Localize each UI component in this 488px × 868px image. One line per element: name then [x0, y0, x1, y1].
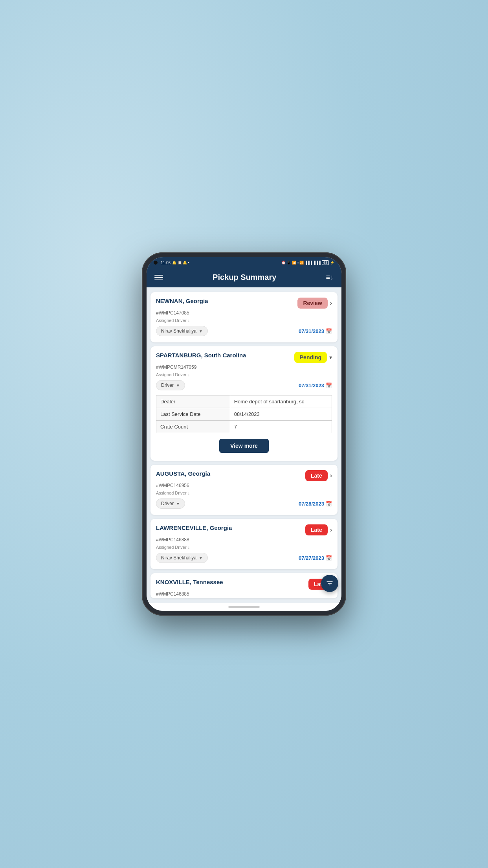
chevron-right-icon[interactable]: ›: [330, 526, 332, 533]
card-augusta-location: AUGUSTA, Georgia: [156, 470, 210, 477]
card-augusta-driver-label: Assigned Driver ↓: [156, 491, 332, 495]
bottom-bar: [147, 603, 341, 611]
battery-icon: 68: [322, 260, 329, 265]
table-label: Last Service Date: [156, 408, 230, 421]
card-lawrenceville-driver-label: Assigned Driver ↓: [156, 545, 332, 550]
charging-icon: ⚡: [330, 261, 334, 265]
card-augusta-driver-select[interactable]: Driver ▼: [156, 498, 185, 509]
card-lawrenceville: LAWRENCEVILLE, Georgia Late › #WMPC14688…: [150, 519, 338, 569]
dropdown-arrow-icon: ▼: [176, 502, 180, 506]
card-knoxville-location: KNOXVILLE, Tennessee: [156, 579, 223, 585]
card-augusta-footer: Driver ▼ 07/28/2023 📅: [156, 498, 332, 509]
table-row: Last Service Date 08/14/2023: [156, 408, 332, 421]
card-lawrenceville-driver-select[interactable]: Nirav Shekhaliya ▼: [156, 553, 208, 563]
card-lawrenceville-footer: Nirav Shekhaliya ▼ 07/27/2023 📅: [156, 553, 332, 563]
hamburger-menu-icon[interactable]: [154, 275, 163, 280]
card-knoxville-header: KNOXVILLE, Tennessee Lat ›: [156, 579, 332, 590]
app-header: Pickup Summary ≡↓: [147, 267, 341, 287]
badge-review[interactable]: Review: [297, 298, 327, 309]
dropdown-arrow-icon: ▼: [176, 383, 180, 388]
chevron-right-icon[interactable]: ›: [330, 300, 332, 307]
filter-icon: [326, 579, 334, 587]
card-newnan-order: #WMPC147085: [156, 310, 332, 316]
card-augusta-order: #WMPC146956: [156, 483, 332, 488]
card-newnan-date: 07/31/2023 📅: [299, 328, 332, 334]
dropdown-arrow-icon: ▼: [199, 556, 203, 560]
card-lawrenceville-header: LAWRENCEVILLE, Georgia Late ›: [156, 524, 332, 535]
card-knoxville-order: #WMPC146885: [156, 591, 332, 597]
notification-icons: 🔔 🔲 🔔 •: [172, 261, 189, 265]
card-newnan-driver-label: Assigned Driver ↓: [156, 318, 332, 323]
view-more-button[interactable]: View more: [219, 439, 269, 453]
card-list: NEWNAN, Georgia Review › #WMPC147085 Ass…: [147, 287, 341, 603]
calendar-icon: 📅: [326, 501, 332, 507]
spartanburg-detail-table: Dealer Home depot of spartanburg, sc Las…: [156, 395, 332, 433]
table-value: Home depot of spartanburg, sc: [230, 395, 332, 408]
badge-pending[interactable]: Pending: [294, 352, 327, 363]
table-label: Crate Count: [156, 421, 230, 433]
page-title: Pickup Summary: [213, 273, 276, 282]
card-spartanburg: SPARTANBURG, South Carolina Pending ▾ #W…: [150, 346, 338, 461]
card-newnan: NEWNAN, Georgia Review › #WMPC147085 Ass…: [150, 292, 338, 342]
table-value: 7: [230, 421, 332, 433]
table-row: Crate Count 7: [156, 421, 332, 433]
badge-late[interactable]: Late: [305, 470, 328, 481]
home-indicator: [228, 606, 260, 608]
card-lawrenceville-order: #WMPC146888: [156, 537, 332, 542]
sort-icon[interactable]: ≡↓: [326, 273, 334, 281]
badge-late-2[interactable]: Late: [305, 524, 328, 535]
chevron-right-icon[interactable]: ›: [330, 472, 332, 479]
card-lawrenceville-date: 07/27/2023 📅: [299, 555, 332, 561]
card-spartanburg-header: SPARTANBURG, South Carolina Pending ▾: [156, 352, 332, 363]
card-newnan-location: NEWNAN, Georgia: [156, 298, 208, 304]
chevron-down-icon[interactable]: ▾: [329, 354, 332, 360]
card-augusta-date: 07/28/2023 📅: [299, 501, 332, 507]
card-augusta: AUGUSTA, Georgia Late › #WMPC146956 Assi…: [150, 465, 338, 515]
card-spartanburg-driver-select[interactable]: Driver ▼: [156, 380, 185, 390]
card-spartanburg-driver-label: Assigned Driver ↓: [156, 372, 332, 377]
card-spartanburg-footer: Driver ▼ 07/31/2023 📅: [156, 380, 332, 390]
card-lawrenceville-location: LAWRENCEVILLE, Georgia: [156, 524, 232, 531]
card-newnan-driver-select[interactable]: Nirav Shekhaliya ▼: [156, 326, 208, 336]
table-value: 08/14/2023: [230, 408, 332, 421]
calendar-icon: 📅: [326, 383, 332, 388]
camera-dot: [154, 261, 158, 265]
card-newnan-footer: Nirav Shekhaliya ▼ 07/31/2023 📅: [156, 326, 332, 336]
card-spartanburg-date: 07/31/2023 📅: [299, 383, 332, 388]
card-augusta-header: AUGUSTA, Georgia Late ›: [156, 470, 332, 481]
filter-fab-button[interactable]: [321, 575, 338, 592]
status-bar: 11:06 🔔 🔲 🔔 • ⏰ 📱 📶 ≡📶 ▐▐▐ ▐▐▐ 68 ⚡: [147, 257, 341, 267]
table-label: Dealer: [156, 395, 230, 408]
table-row: Dealer Home depot of spartanburg, sc: [156, 395, 332, 408]
calendar-icon: 📅: [326, 328, 332, 334]
card-spartanburg-order: #WMPCMR147059: [156, 364, 332, 370]
card-newnan-header: NEWNAN, Georgia Review ›: [156, 298, 332, 309]
card-spartanburg-location: SPARTANBURG, South Carolina: [156, 352, 246, 359]
status-icons: ⏰ 📱 📶 ≡📶 ▐▐▐ ▐▐▐ 68 ⚡: [281, 260, 334, 265]
status-time: 11:06: [161, 261, 171, 265]
dropdown-arrow-icon: ▼: [199, 329, 203, 333]
card-knoxville: KNOXVILLE, Tennessee Lat › #WMPC146885: [150, 573, 338, 598]
calendar-icon: 📅: [326, 555, 332, 561]
